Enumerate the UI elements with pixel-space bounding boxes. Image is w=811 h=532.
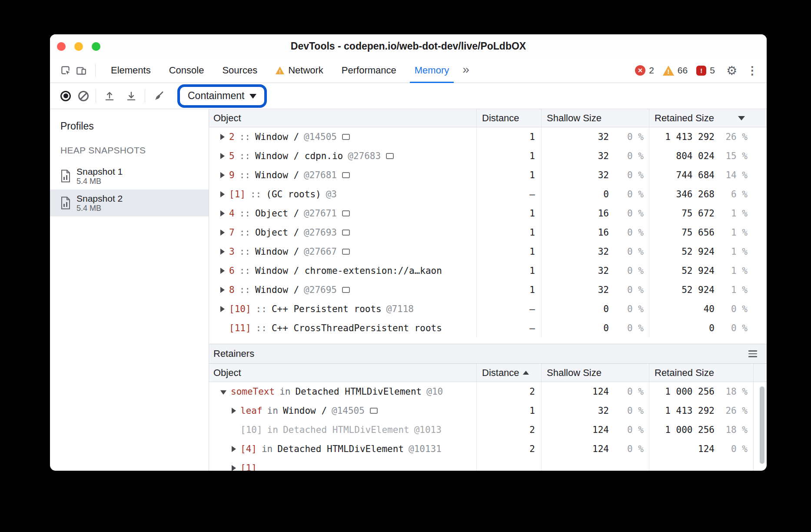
- tab-memory[interactable]: Memory: [406, 58, 458, 83]
- snapshot-item-2[interactable]: Snapshot 2 5.4 MB: [50, 190, 209, 216]
- view-mode-select[interactable]: Containment: [188, 90, 244, 102]
- reveal-icon[interactable]: [342, 249, 350, 255]
- tab-elements[interactable]: Elements: [102, 58, 160, 83]
- save-profile-button[interactable]: [125, 90, 138, 103]
- sort-asc-icon: [523, 371, 529, 375]
- load-profile-button[interactable]: [103, 90, 116, 103]
- table-row[interactable]: 4 :: Object / @27671 1 160 % 75 6721 %: [209, 204, 767, 223]
- table-row[interactable]: leaf in Window / @14505 1 320 % 1 413 29…: [209, 401, 767, 420]
- expand-arrow-icon[interactable]: [220, 172, 225, 178]
- distance-value: 2: [529, 444, 535, 454]
- expand-arrow-icon[interactable]: [220, 306, 225, 312]
- expand-arrow-icon[interactable]: [232, 408, 236, 414]
- distance-value: 1: [529, 406, 535, 416]
- shallow-value: 32: [542, 266, 609, 276]
- reveal-icon[interactable]: [370, 408, 378, 414]
- column-header-object[interactable]: Object: [209, 364, 476, 382]
- shallow-size-cell: 320 %: [541, 280, 649, 299]
- reveal-icon[interactable]: [342, 172, 350, 178]
- table-row[interactable]: [4] in Detached HTMLDivElement @10131 2 …: [209, 439, 767, 459]
- retained-percent: 1 %: [715, 208, 748, 219]
- expand-arrow-icon[interactable]: [220, 134, 225, 140]
- zoom-button[interactable]: [92, 42, 100, 51]
- inspect-element-button[interactable]: [58, 63, 73, 78]
- issues-badge[interactable]: ! 5: [696, 65, 715, 76]
- distance-cell: 1: [476, 242, 541, 261]
- shallow-percent: 0 %: [609, 246, 644, 257]
- column-header-distance[interactable]: Distance: [476, 364, 541, 382]
- collect-garbage-button[interactable]: [152, 90, 165, 103]
- menu-icon[interactable]: [748, 350, 757, 357]
- table-row[interactable]: [11] :: C++ CrossThreadPersistent roots …: [209, 319, 767, 338]
- expand-arrow-icon[interactable]: [220, 191, 225, 197]
- table-row[interactable]: 5 :: Window / cdpn.io @27683 1 320 % 804…: [209, 146, 767, 166]
- expand-arrow-icon[interactable]: [220, 390, 226, 395]
- column-header-retained-size[interactable]: Retained Size: [649, 364, 767, 382]
- table-row[interactable]: [1] :: (GC roots) @3 – 00 % 346 2686 %: [209, 185, 767, 204]
- shallow-value: 124: [542, 386, 609, 397]
- error-count: 2: [649, 65, 654, 76]
- column-header-shallow-size[interactable]: Shallow Size: [541, 364, 649, 382]
- tab-performance[interactable]: Performance: [332, 58, 406, 83]
- retained-value: 1 000 256: [649, 386, 715, 397]
- column-header-shallow-size[interactable]: Shallow Size: [541, 109, 649, 127]
- scrollbar-thumb[interactable]: [760, 386, 764, 464]
- table-row[interactable]: 6 :: Window / chrome-extension://a…kaon …: [209, 261, 767, 280]
- record-button[interactable]: [60, 91, 71, 101]
- table-row[interactable]: [1]: [209, 459, 767, 471]
- object-name: [10]: [240, 425, 263, 435]
- close-button[interactable]: [57, 42, 66, 51]
- table-row[interactable]: [10] in Detached HTMLDivElement @1013 2 …: [209, 420, 767, 439]
- table-row[interactable]: 3 :: Window / @27667 1 320 % 52 9241 %: [209, 242, 767, 261]
- object-cell: 6 :: Window / chrome-extension://a…kaon: [209, 261, 476, 280]
- warning-badge[interactable]: ! 66: [663, 65, 688, 76]
- column-header-distance[interactable]: Distance: [476, 109, 541, 127]
- reveal-icon[interactable]: [386, 153, 394, 159]
- retained-percent: 15 %: [715, 151, 748, 161]
- expand-arrow-icon[interactable]: [220, 287, 225, 293]
- tab-sources[interactable]: Sources: [213, 58, 266, 83]
- retainers-table: Object Distance Shallow Size Retained Si…: [209, 364, 767, 471]
- table-row[interactable]: 2 :: Window / @14505 1 320 % 1 413 29226…: [209, 127, 767, 146]
- column-header-object[interactable]: Object: [209, 109, 476, 127]
- expand-arrow-icon[interactable]: [220, 153, 225, 159]
- object-cell: [4] in Detached HTMLDivElement @10131: [209, 439, 476, 459]
- object-name: [4]: [240, 444, 257, 454]
- expand-arrow-icon[interactable]: [232, 465, 236, 471]
- column-header-retained-size[interactable]: Retained Size: [649, 109, 767, 127]
- reveal-icon[interactable]: [342, 210, 350, 216]
- distance-cell: –: [476, 299, 541, 319]
- table-row[interactable]: [10] :: C++ Persistent roots @7118 – 00 …: [209, 299, 767, 319]
- table-row[interactable]: someText in Detached HTMLDivElement @10 …: [209, 382, 767, 401]
- expand-arrow-icon[interactable]: [220, 229, 225, 236]
- error-badge[interactable]: ✕ 2: [635, 65, 654, 76]
- minimize-button[interactable]: [74, 42, 83, 51]
- shallow-size-cell: [541, 459, 649, 471]
- table-row[interactable]: 8 :: Window / @27695 1 320 % 52 9241 %: [209, 280, 767, 299]
- expand-arrow-icon[interactable]: [232, 446, 236, 452]
- table-row[interactable]: 7 :: Object / @27693 1 160 % 75 6561 %: [209, 223, 767, 242]
- tab-network[interactable]: ! Network: [266, 58, 332, 83]
- object-name: [1]: [240, 463, 257, 471]
- reveal-icon[interactable]: [342, 229, 350, 236]
- distance-cell: 1: [476, 204, 541, 223]
- object-cell: [1]: [209, 459, 476, 471]
- object-desc: Window /: [255, 285, 299, 295]
- reveal-icon[interactable]: [342, 134, 350, 140]
- more-tabs-icon[interactable]: »: [458, 63, 474, 76]
- settings-gear-icon[interactable]: ⚙: [726, 63, 737, 78]
- device-toolbar-button[interactable]: [73, 63, 89, 78]
- window-title: DevTools - codepen.io/web-dot-dev/live/P…: [291, 40, 526, 52]
- retained-percent: 1 %: [715, 246, 748, 257]
- distance-value: 1: [529, 285, 535, 295]
- retained-size-cell: 1240 %: [649, 439, 767, 459]
- table-row[interactable]: 9 :: Window / @27681 1 320 % 744 68414 %: [209, 166, 767, 185]
- snapshot-item-1[interactable]: Snapshot 1 5.4 MB: [50, 163, 209, 190]
- kebab-menu-icon[interactable]: ⋮: [747, 64, 758, 77]
- expand-arrow-icon[interactable]: [220, 249, 225, 255]
- expand-arrow-icon[interactable]: [220, 210, 225, 216]
- clear-profiles-button[interactable]: [78, 91, 89, 101]
- expand-arrow-icon[interactable]: [220, 268, 225, 274]
- reveal-icon[interactable]: [342, 287, 350, 293]
- tab-console[interactable]: Console: [160, 58, 213, 83]
